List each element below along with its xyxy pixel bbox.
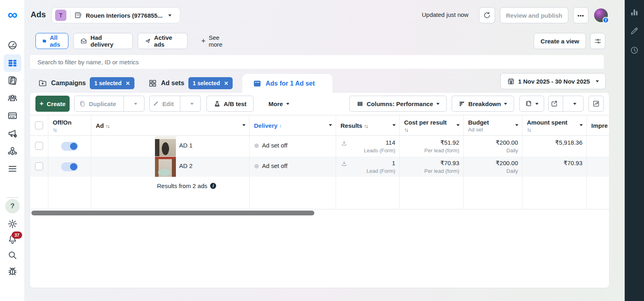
adsets-selected-pill[interactable]: 1 selected ✕ — [188, 77, 233, 89]
sidebar-divider — [6, 197, 19, 198]
insights-barchart-icon[interactable] — [630, 8, 639, 16]
edit-button[interactable]: Edit — [150, 100, 177, 107]
chevron-down-icon — [286, 103, 289, 105]
duplicate-button[interactable]: Duplicate — [74, 100, 120, 107]
header-amount-spent[interactable]: Amount spent ↑↓ — [522, 115, 587, 135]
ad-name[interactable]: AD 2 — [179, 162, 192, 169]
ad-thumbnail[interactable] — [155, 136, 176, 156]
cost-per-result-value: ₹51.92 — [440, 139, 459, 146]
reports-button[interactable] — [519, 96, 544, 112]
duplicate-dropdown[interactable] — [127, 103, 144, 105]
download-icon[interactable] — [341, 140, 347, 146]
date-range-picker[interactable]: 1 Nov 2025 - 30 Nov 2025 — [500, 73, 606, 89]
campaigns-selected-pill[interactable]: 1 selected ✕ — [90, 77, 134, 89]
overview-gauge-icon[interactable] — [7, 40, 18, 51]
view-charts-button[interactable] — [588, 96, 604, 112]
search-input[interactable] — [30, 55, 604, 69]
reports-pages-icon — [525, 100, 532, 107]
search-magnifier-icon[interactable] — [7, 250, 18, 260]
export-button[interactable] — [549, 100, 559, 107]
column-menu-icon[interactable] — [580, 124, 583, 126]
horizontal-scrollbar[interactable] — [31, 211, 314, 215]
off-on-label: Off/On — [53, 119, 72, 126]
ad-thumbnail[interactable] — [155, 157, 176, 177]
breakdown-label: Breakdown — [469, 100, 501, 107]
line-chart-icon — [592, 100, 600, 107]
columns-button[interactable]: Columns: Performance — [349, 96, 447, 112]
header-off-on[interactable]: Off/On ↑↓ — [48, 115, 91, 135]
paper-plane-icon — [144, 37, 151, 45]
edit-pencil-icon[interactable] — [630, 27, 639, 35]
header-results[interactable]: Results ↑↓ — [336, 115, 400, 135]
column-menu-icon[interactable] — [515, 124, 518, 126]
assets-orgchart-icon[interactable] — [7, 145, 18, 156]
info-icon[interactable]: i — [210, 183, 216, 189]
meta-logo[interactable]: ∞ — [0, 6, 25, 23]
right-sidebar — [625, 0, 644, 301]
ads-megaphone-icon[interactable] — [7, 128, 18, 139]
ads-manager-screen: ∞ — [0, 0, 644, 301]
select-all-checkbox[interactable] — [35, 121, 43, 129]
header-budget[interactable]: Budget Ad set — [464, 115, 522, 135]
chevron-down-icon — [596, 80, 599, 82]
all-tools-menu-icon[interactable] — [7, 164, 18, 174]
split-divider — [124, 96, 124, 111]
tab-adsets[interactable]: Ad sets 1 selected ✕ — [148, 74, 233, 93]
column-menu-icon[interactable] — [456, 124, 460, 126]
billing-card-icon[interactable] — [7, 111, 18, 121]
more-menu-button[interactable]: More — [263, 96, 295, 112]
settings-gear-icon[interactable] — [7, 219, 18, 229]
history-clock-icon[interactable] — [630, 46, 639, 55]
user-avatar[interactable]: f — [594, 8, 608, 22]
row-checkbox[interactable] — [35, 142, 43, 150]
header-delivery[interactable]: Delivery ↑ — [250, 115, 336, 135]
header-ad[interactable]: Ad ↑↓ — [91, 115, 250, 135]
create-button[interactable]: + Create — [35, 96, 70, 112]
filter-all-ads[interactable]: All ads — [35, 33, 68, 49]
download-icon[interactable] — [341, 160, 347, 167]
header-cost-per-result[interactable]: Cost per result ↑↓ — [400, 115, 464, 135]
create-view-button[interactable]: Create a view — [534, 33, 586, 49]
tab-campaigns[interactable]: Campaigns 1 selected ✕ — [38, 74, 134, 93]
clear-campaigns-filter-icon[interactable]: ✕ — [126, 80, 130, 86]
more-options-button[interactable]: ••• — [573, 7, 588, 23]
sliders-icon — [594, 37, 602, 45]
account-selector[interactable]: T Rouen Interiors (9776855... — [52, 7, 180, 23]
pages-icon[interactable] — [7, 76, 18, 86]
header-impressions[interactable]: Impre — [587, 115, 609, 135]
more-label: More — [268, 100, 283, 107]
tab-ads-label: Ads for 1 Ad set — [266, 80, 315, 87]
ab-test-button[interactable]: A/B test — [206, 96, 254, 112]
cost-per-result-sublabel: Per lead (form) — [424, 147, 459, 154]
ads-table-icon[interactable] — [7, 58, 18, 68]
tab-ads-active[interactable]: Ads for 1 Ad set — [242, 74, 332, 93]
toggle-knob — [70, 143, 77, 150]
refresh-button[interactable] — [479, 7, 495, 23]
campaigns-selected-count: 1 selected — [94, 80, 122, 86]
export-dropdown[interactable] — [566, 103, 583, 105]
columns-label: Columns: Performance — [367, 100, 433, 107]
breakdown-button[interactable]: Breakdown — [452, 96, 514, 112]
audiences-people-icon[interactable] — [7, 93, 18, 103]
clear-adsets-filter-icon[interactable]: ✕ — [224, 80, 229, 86]
view-settings-button[interactable] — [590, 33, 605, 49]
bug-report-icon[interactable] — [7, 266, 18, 276]
ad-name[interactable]: AD 1 — [179, 142, 192, 149]
column-menu-icon[interactable] — [242, 124, 246, 126]
edit-dropdown[interactable] — [184, 103, 200, 105]
chevron-down-icon — [436, 103, 440, 105]
filter-had-delivery[interactable]: Had delivery — [73, 33, 133, 49]
review-and-publish-button[interactable]: Review and publish — [500, 7, 568, 23]
column-menu-icon[interactable] — [392, 124, 396, 126]
sort-icon: ↑↓ — [105, 123, 109, 129]
see-more-filters[interactable]: + See more — [195, 33, 239, 49]
help-button[interactable]: ? — [5, 199, 20, 213]
chevron-down-icon — [504, 103, 507, 105]
row-checkbox[interactable] — [35, 162, 43, 170]
column-menu-icon[interactable] — [329, 124, 332, 126]
ad-toggle[interactable] — [61, 162, 78, 171]
filter-active-ads[interactable]: Active ads — [138, 33, 188, 49]
edit-label: Edit — [162, 100, 173, 107]
table-row: AD 1 Ad set off 114 Leads (Form) ₹51.92 … — [30, 136, 609, 156]
ad-toggle[interactable] — [61, 142, 78, 151]
